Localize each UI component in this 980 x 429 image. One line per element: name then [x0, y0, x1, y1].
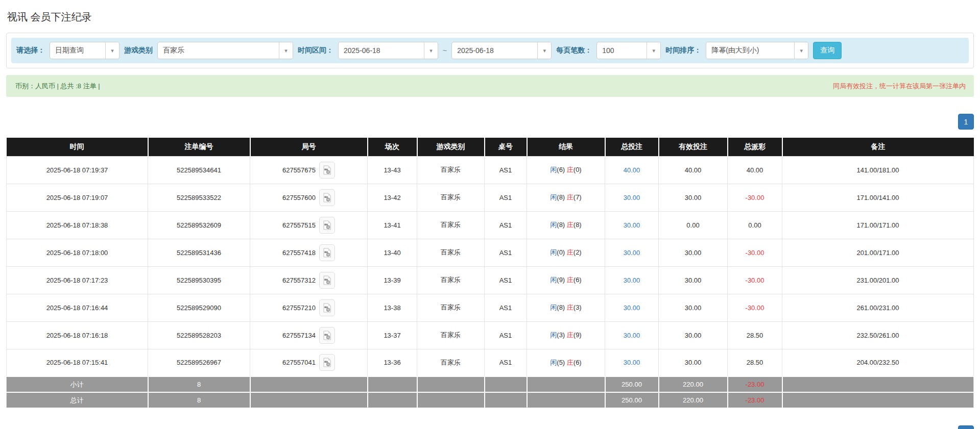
player-result-score: (8): [557, 304, 565, 311]
total-bet-cell: 30.00: [605, 211, 659, 239]
date-range-separator: ~: [443, 46, 447, 55]
total-bet-link[interactable]: 40.00: [624, 166, 640, 174]
search-button[interactable]: 查询: [813, 42, 842, 59]
video-playback-button[interactable]: [319, 189, 335, 206]
round-cell: 627557600: [250, 184, 368, 211]
time-sort-select[interactable]: 降幂(由大到小) ▾: [706, 42, 808, 59]
total-bet-link[interactable]: 30.00: [624, 194, 640, 201]
remark-cell: 231.00/201.00: [782, 266, 974, 294]
video-file-icon: [323, 275, 331, 285]
round-wrap: 627557515: [282, 217, 335, 234]
result-cell: 闲(5) 庄(6): [527, 349, 605, 376]
time-sort-value: 降幂(由大到小): [706, 42, 793, 59]
remark-cell: 201.00/171.00: [782, 239, 974, 266]
round-cell: 627557675: [250, 156, 368, 184]
table-number-cell: AS1: [485, 349, 527, 376]
bet-number-cell: 522589533522: [148, 184, 250, 211]
filter-bar: 请选择： 日期查询 ▾ 游戏类别 百家乐 ▾ 时间区间： 2025-06-18 …: [11, 38, 969, 63]
page-1-button[interactable]: 1: [958, 114, 974, 130]
chevron-down-icon: ▾: [105, 42, 119, 59]
summary-bar: 币别：人民币 | 总共 :8 注单 | 同局有效投注，统一计算在该局第一张注单内: [6, 75, 974, 97]
remark-cell: 232.50/261.00: [782, 321, 974, 349]
pagination-top: 1: [6, 114, 974, 130]
session-cell: 13-39: [368, 266, 417, 294]
round-cell: 627557134: [250, 321, 368, 349]
video-playback-button[interactable]: [319, 244, 335, 261]
total-bet-link[interactable]: 30.00: [624, 304, 640, 312]
bet-number-cell: 522589531436: [148, 239, 250, 266]
session-cell: 13-37: [368, 321, 417, 349]
column-header: 游戏类别: [417, 138, 485, 156]
date-from-value: 2025-06-18: [339, 42, 423, 59]
pagination-bottom: 1: [6, 425, 974, 429]
game-type-cell: 百家乐: [417, 321, 485, 349]
page-1-button[interactable]: 1: [958, 425, 974, 429]
column-header: 场次: [368, 138, 417, 156]
column-header: 备注: [782, 138, 974, 156]
column-header: 结果: [527, 138, 605, 156]
footer-bet-count: 8: [148, 392, 250, 408]
filter-panel: 请选择： 日期查询 ▾ 游戏类别 百家乐 ▾ 时间区间： 2025-06-18 …: [6, 33, 974, 68]
round-number: 627557600: [282, 194, 316, 201]
footer-empty-cell: [368, 376, 417, 392]
video-playback-button[interactable]: [319, 354, 335, 371]
result-cell: 闲(6) 庄(0): [527, 156, 605, 184]
video-playback-button[interactable]: [319, 327, 335, 344]
total-bet-link[interactable]: 30.00: [624, 221, 640, 229]
result-cell: 闲(9) 庄(6): [527, 266, 605, 294]
total-bet-link[interactable]: 30.00: [624, 276, 640, 284]
banker-result-score: (9): [573, 331, 582, 339]
player-result-score: (9): [557, 276, 565, 284]
video-file-icon: [323, 358, 331, 367]
banker-result-score: (2): [573, 248, 582, 256]
round-number: 627557210: [282, 304, 316, 312]
round-wrap: 627557312: [282, 272, 335, 289]
total-bet-link[interactable]: 30.00: [624, 249, 640, 257]
banker-result-label: 庄: [567, 221, 573, 229]
table-row: 2025-06-18 07:18:00522589531436627557418…: [7, 239, 974, 266]
session-cell: 13-40: [368, 239, 417, 266]
round-wrap: 627557600: [282, 189, 335, 206]
page-title: 视讯 会员下注纪录: [7, 10, 974, 24]
footer-empty-cell: [782, 376, 974, 392]
table-number-cell: AS1: [485, 211, 527, 239]
payout-cell: 28.50: [728, 321, 782, 349]
page-size-label: 每页笔数：: [556, 46, 592, 55]
session-cell: 13-42: [368, 184, 417, 211]
query-type-value: 日期查询: [50, 42, 104, 59]
player-result-label: 闲: [550, 248, 557, 256]
game-type-cell: 百家乐: [417, 211, 485, 239]
total-bet-cell: 30.00: [605, 294, 659, 321]
video-playback-button[interactable]: [319, 272, 335, 289]
video-playback-button[interactable]: [319, 299, 335, 316]
banker-result-label: 庄: [567, 166, 573, 173]
footer-valid-bet: 220.00: [659, 376, 728, 392]
banker-result-label: 庄: [567, 304, 573, 311]
video-playback-button[interactable]: [319, 217, 335, 234]
bet-records-table: 时间注单编号局号场次游戏类别桌号结果总投注有效投注总派彩备注 2025-06-1…: [6, 138, 974, 409]
game-type-cell: 百家乐: [417, 239, 485, 266]
query-type-select[interactable]: 日期查询 ▾: [50, 42, 119, 59]
video-playback-button[interactable]: [319, 162, 335, 179]
time-range-label: 时间区间：: [298, 46, 333, 55]
player-result-label: 闲: [550, 276, 557, 284]
game-type-select[interactable]: 百家乐 ▾: [157, 42, 293, 59]
table-number-cell: AS1: [485, 266, 527, 294]
date-to-value: 2025-06-18: [452, 42, 536, 59]
total-bet-link[interactable]: 30.00: [624, 359, 640, 366]
valid-bet-cell: 30.00: [659, 239, 728, 266]
footer-empty-cell: [417, 392, 485, 408]
table-row: 2025-06-18 07:18:38522589532609627557515…: [7, 211, 974, 239]
video-file-icon: [323, 220, 331, 230]
total-bet-cell: 30.00: [605, 349, 659, 376]
date-from-select[interactable]: 2025-06-18 ▾: [338, 42, 438, 59]
footer-bet-count: 8: [148, 376, 250, 392]
video-file-icon: [323, 248, 331, 258]
page-size-select[interactable]: 100 ▾: [596, 42, 661, 59]
result-cell: 闲(0) 庄(2): [527, 239, 605, 266]
total-bet-link[interactable]: 30.00: [624, 332, 640, 339]
date-to-select[interactable]: 2025-06-18 ▾: [451, 42, 552, 59]
table-foot: 小计8250.00220.00-23.00总计8250.00220.00-23.…: [7, 376, 974, 408]
game-type-cell: 百家乐: [417, 294, 485, 321]
total-row: 总计8250.00220.00-23.00: [7, 392, 974, 408]
